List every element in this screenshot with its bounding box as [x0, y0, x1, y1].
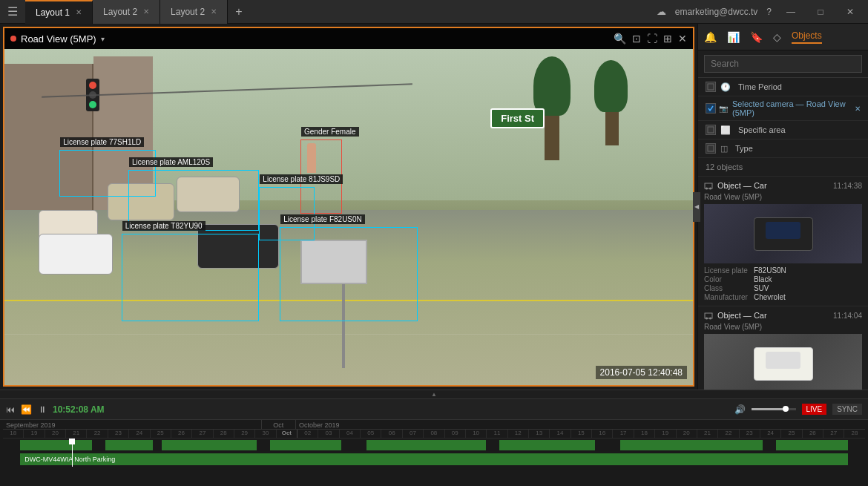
- date-18: 18: [3, 430, 24, 438]
- filter-checkbox-checked[interactable]: [706, 103, 716, 114]
- volume-slider[interactable]: [752, 408, 796, 410]
- tab-layout2b[interactable]: Layout 2 ✕: [160, 0, 228, 24]
- date-15: 15: [571, 430, 592, 438]
- object-camera-2: Road View (5MP): [704, 323, 862, 331]
- time-period-filter[interactable]: 🕐 Time Period: [698, 78, 868, 96]
- search-video-icon[interactable]: 🔍: [614, 33, 626, 45]
- date-18b: 18: [634, 430, 655, 438]
- date-oct: Oct: [277, 430, 297, 438]
- camera-filter-label: Selected camera — Road View (5MP): [732, 99, 852, 117]
- specific-area-label: Specific area: [738, 125, 786, 134]
- close-camera-filter-icon[interactable]: ✕: [855, 105, 861, 113]
- live-button[interactable]: LIVE: [802, 404, 827, 415]
- car-white-bottom: [39, 234, 113, 275]
- date-10: 10: [466, 430, 487, 438]
- date-06: 06: [381, 430, 402, 438]
- activity-bars: [20, 440, 848, 450]
- date-07: 07: [403, 430, 424, 438]
- camera-label-text: DWC-MV44WIA North Parking: [24, 456, 115, 463]
- notifications-icon[interactable]: 🔔: [704, 31, 717, 43]
- add-tab-button[interactable]: +: [228, 5, 249, 19]
- date-05: 05: [361, 430, 381, 438]
- date-12: 12: [508, 430, 529, 438]
- restore-button[interactable]: □: [810, 4, 831, 19]
- minimize-button[interactable]: —: [780, 4, 801, 19]
- timeline-track: September 2019 Oct October 2019 18 19 20…: [0, 420, 868, 471]
- date-02: 02: [297, 430, 318, 438]
- month-label-oct-marker: Oct: [262, 420, 296, 429]
- objects-count: 12 objects: [698, 158, 868, 177]
- date-27: 27: [192, 430, 213, 438]
- object-thumbnail-2: [704, 334, 862, 390]
- date-28b: 28: [844, 430, 864, 438]
- skip-back-button[interactable]: ⏮: [6, 404, 15, 415]
- grid-icon[interactable]: ⊞: [663, 33, 672, 45]
- search-input[interactable]: [704, 55, 862, 73]
- timeline-bar-area[interactable]: DWC-MV44WIA North Parking: [3, 439, 865, 467]
- detection-label-2: License plate AML120S: [129, 157, 213, 167]
- type-filter[interactable]: ◫ Type: [698, 139, 868, 158]
- volume-icon[interactable]: 🔊: [734, 404, 746, 415]
- tags-icon[interactable]: ◇: [773, 31, 781, 43]
- bookmarks-icon[interactable]: 🔖: [750, 31, 763, 43]
- close-button[interactable]: ✕: [840, 4, 861, 19]
- date-04: 04: [340, 430, 361, 438]
- month-labels: September 2019 Oct October 2019: [3, 420, 865, 430]
- detection-label-4: License plate T82YU90: [122, 221, 206, 231]
- date-25: 25: [151, 430, 171, 438]
- area-icon: ⬜: [720, 125, 731, 135]
- close-video-icon[interactable]: ✕: [678, 33, 687, 45]
- close-tab-icon[interactable]: ✕: [143, 7, 149, 16]
- date-24b: 24: [760, 430, 781, 438]
- objects-tab[interactable]: Objects: [792, 30, 822, 44]
- playhead-handle[interactable]: [69, 439, 75, 444]
- timeline-collapse-button[interactable]: ▲: [0, 390, 868, 398]
- search-box: [698, 50, 868, 78]
- date-labels: 18 19 20 21 22 23 24 25 26 27 28 29 30 O…: [3, 430, 865, 439]
- date-30: 30: [255, 430, 276, 438]
- help-button[interactable]: ?: [766, 7, 772, 17]
- tab-layout2a[interactable]: Layout 2 ✕: [93, 0, 160, 24]
- date-20: 20: [45, 430, 66, 438]
- date-28: 28: [214, 430, 234, 438]
- sync-button[interactable]: SYNC: [832, 404, 862, 415]
- video-feed: First St: [4, 49, 693, 385]
- close-tab-icon[interactable]: ✕: [76, 8, 82, 16]
- snapshot-icon[interactable]: ⊡: [632, 33, 641, 45]
- current-time: 10:52:08 AM: [53, 404, 105, 415]
- date-13: 13: [529, 430, 550, 438]
- area-checkbox[interactable]: [706, 125, 716, 135]
- object-card-1[interactable]: Object — Car 11:14:38 Road View (5MP) Li…: [698, 177, 868, 306]
- object-thumbnail-1: [704, 204, 862, 263]
- date-27b: 27: [823, 430, 844, 438]
- svg-point-5: [709, 188, 711, 190]
- date-09: 09: [445, 430, 466, 438]
- clock-icon: 🕐: [720, 82, 731, 92]
- object-type-1: Object — Car: [704, 181, 767, 190]
- specific-area-filter[interactable]: ⬜ Specific area: [698, 121, 868, 139]
- svg-rect-2: [708, 145, 714, 151]
- month-label-sept: September 2019: [3, 420, 262, 429]
- cloud-icon: ☁: [657, 6, 666, 17]
- play-button[interactable]: ⏸: [38, 404, 47, 415]
- object-card-2[interactable]: Object — Car 11:14:04 Road View (5MP) Li…: [698, 306, 868, 390]
- video-timestamp: 2016-07-05 12:40:48: [596, 366, 687, 379]
- street-sign: First St: [490, 108, 545, 128]
- analytics-icon[interactable]: 📊: [727, 31, 740, 43]
- time-period-label: Time Period: [738, 82, 782, 91]
- filter-checkbox[interactable]: [706, 82, 716, 92]
- recording-indicator: [10, 36, 16, 42]
- type-checkbox[interactable]: [706, 143, 716, 154]
- step-back-button[interactable]: ⏪: [21, 404, 32, 415]
- chevron-down-icon[interactable]: ▾: [101, 35, 105, 43]
- object-time-1: 11:14:38: [833, 182, 862, 190]
- fullscreen-icon[interactable]: ⛶: [647, 33, 657, 45]
- object-type-2: Object — Car: [704, 311, 767, 320]
- side-collapse-button[interactable]: ◀: [693, 192, 700, 222]
- close-tab-icon[interactable]: ✕: [211, 7, 217, 16]
- menu-icon[interactable]: ☰: [0, 4, 25, 19]
- camera-title: Road View (5MP): [21, 33, 96, 45]
- tab-layout1[interactable]: Layout 1 ✕: [25, 0, 93, 24]
- date-22b: 22: [718, 430, 739, 438]
- type-icon: ◫: [720, 144, 728, 154]
